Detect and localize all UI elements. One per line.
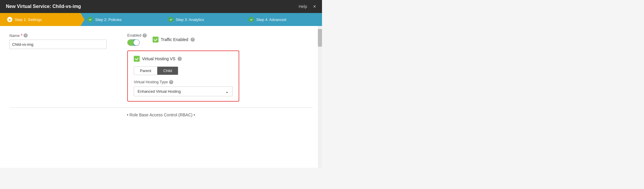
scrollbar[interactable]: [318, 26, 322, 168]
traffic-enabled: Traffic Enabled ?: [153, 37, 195, 43]
name-label: Name * ?: [9, 33, 110, 38]
vh-vs-help-icon[interactable]: ?: [178, 57, 182, 61]
vh-type-label: Virtual Hosting Type ?: [134, 80, 233, 84]
wizard-step-1-label: Step 1: Settings: [15, 17, 42, 22]
vh-type-value: Enhanced Virtual Hosting: [138, 89, 181, 94]
enabled-toggle[interactable]: [127, 39, 140, 46]
scrollbar-thumb[interactable]: [318, 29, 322, 47]
enabled-area: Enabled ?: [127, 33, 147, 46]
main-content: Name * ? Enabled ?: [0, 26, 322, 168]
step4-check-icon: [249, 17, 254, 22]
title-bar: New Virtual Service: Child-vs-img Help ×: [0, 0, 322, 13]
vh-type-help-icon[interactable]: ?: [169, 80, 173, 84]
name-label-text: Name: [9, 33, 20, 38]
help-link[interactable]: Help: [299, 4, 307, 9]
child-button[interactable]: Child: [157, 67, 178, 75]
name-input[interactable]: [9, 40, 107, 49]
window-title: New Virtual Service: Child-vs-img: [6, 4, 81, 9]
wizard-step-2[interactable]: Step 2: Policies: [80, 13, 161, 26]
wizard-step-1[interactable]: ● Step 1: Settings: [0, 13, 80, 26]
enabled-help-icon[interactable]: ?: [143, 33, 147, 38]
wizard-step-3[interactable]: Step 3: Analytics: [161, 13, 242, 26]
left-section: Name * ?: [9, 33, 110, 49]
traffic-enabled-label: Traffic Enabled: [161, 37, 188, 42]
traffic-enabled-checkbox[interactable]: [153, 37, 158, 43]
virtual-hosting-box: Virtual Hosting VS ? Parent Child Virtua…: [127, 50, 239, 102]
wizard-step-4[interactable]: Step 4: Advanced: [242, 13, 322, 26]
enabled-label-text: Enabled: [127, 33, 141, 38]
vh-type-dropdown[interactable]: Enhanced Virtual Hosting ⌄: [134, 87, 233, 96]
wizard-step-2-label: Step 2: Policies: [95, 17, 122, 22]
right-section: Enabled ? Tra: [127, 33, 239, 102]
toggle-knob: [133, 40, 139, 45]
chevron-down-icon: ⌄: [225, 89, 229, 94]
step2-check-icon: [87, 17, 93, 22]
step3-check-icon: [168, 17, 174, 22]
vh-vs-checkbox[interactable]: [134, 56, 140, 62]
wizard-step-3-label: Step 3: Analytics: [176, 17, 204, 22]
name-required-marker: *: [21, 33, 22, 38]
enabled-label: Enabled ?: [127, 33, 147, 38]
toggle-wrapper: [127, 39, 147, 46]
parent-child-segment: Parent Child: [134, 66, 178, 75]
traffic-enabled-help-icon[interactable]: ?: [191, 38, 195, 42]
rbac-label: • Role Base Access Control (RBAC) •: [127, 113, 195, 117]
title-bar-actions: Help ×: [299, 4, 316, 10]
rbac-section: • Role Base Access Control (RBAC) •: [9, 108, 313, 122]
wizard-step-4-label: Step 4: Advanced: [256, 17, 286, 22]
vh-type-label-text: Virtual Hosting Type: [134, 80, 168, 84]
step1-check-icon: ●: [7, 17, 12, 22]
name-help-icon[interactable]: ?: [24, 33, 28, 38]
top-right-row: Enabled ? Tra: [127, 33, 239, 46]
close-button[interactable]: ×: [313, 4, 316, 10]
parent-button[interactable]: Parent: [134, 67, 157, 75]
vh-vs-label: Virtual Hosting VS: [142, 56, 175, 61]
vh-header: Virtual Hosting VS ?: [134, 56, 233, 62]
wizard-bar: ● Step 1: Settings Step 2: Policies Step…: [0, 13, 322, 26]
name-field-group: Name * ?: [9, 33, 110, 49]
content-inner: Name * ? Enabled ?: [9, 33, 313, 102]
